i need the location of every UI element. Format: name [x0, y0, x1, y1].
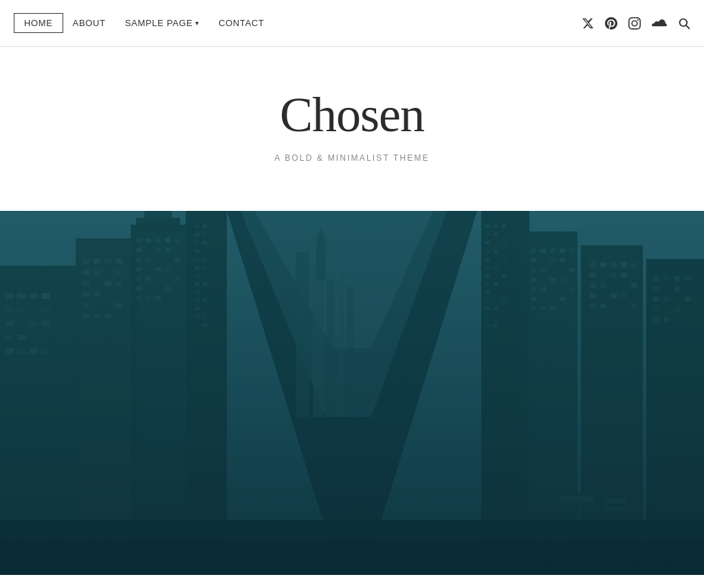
svg-rect-196: [0, 211, 704, 575]
nav-item-contact[interactable]: CONTACT: [209, 14, 274, 32]
nav-item-home[interactable]: HOME: [14, 13, 63, 33]
site-header: HOME ABOUT SAMPLE PAGE ▾ CONTACT: [0, 0, 704, 47]
search-icon[interactable]: [678, 17, 690, 30]
soundcloud-icon[interactable]: [652, 17, 667, 30]
svg-line-1: [686, 25, 690, 28]
chevron-down-icon: ▾: [195, 19, 199, 27]
cityscape-illustration: [0, 211, 704, 575]
main-nav: HOME ABOUT SAMPLE PAGE ▾ CONTACT: [14, 13, 274, 33]
hero-image-section: [0, 211, 704, 575]
hero-text-section: Chosen A BOLD & MINIMALIST THEME: [0, 47, 704, 211]
site-title: Chosen: [280, 88, 424, 142]
social-icons-group: [582, 17, 690, 30]
nav-item-about[interactable]: ABOUT: [63, 14, 116, 32]
nav-item-sample-page[interactable]: SAMPLE PAGE ▾: [116, 14, 209, 32]
pinterest-icon[interactable]: [605, 17, 617, 30]
twitter-icon[interactable]: [582, 17, 594, 30]
site-tagline: A BOLD & MINIMALIST THEME: [274, 153, 430, 163]
instagram-icon[interactable]: [628, 17, 641, 30]
